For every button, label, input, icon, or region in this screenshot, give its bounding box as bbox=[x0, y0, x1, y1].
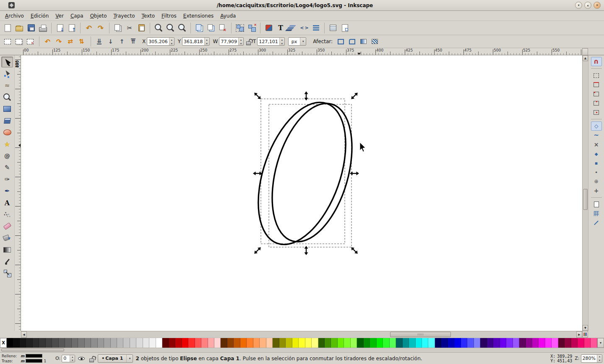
palette-swatch[interactable] bbox=[506, 338, 513, 348]
scroll-up-icon[interactable]: ▲ bbox=[583, 55, 588, 61]
palette-swatch[interactable] bbox=[91, 338, 97, 348]
palette-swatch[interactable] bbox=[72, 338, 78, 348]
spray-tool-button[interactable] bbox=[1, 209, 13, 220]
ruler-corner-button[interactable] bbox=[582, 48, 588, 55]
snap-grids-button[interactable] bbox=[591, 209, 602, 218]
open-document-icon[interactable] bbox=[13, 23, 25, 34]
palette-swatch[interactable] bbox=[325, 338, 331, 348]
box3d-tool-button[interactable] bbox=[1, 115, 13, 126]
affect-patterns-icon[interactable] bbox=[369, 36, 380, 46]
palette-swatch[interactable] bbox=[201, 338, 208, 348]
palette-swatch[interactable] bbox=[169, 338, 175, 348]
palette-swatch[interactable] bbox=[52, 338, 58, 348]
palette-swatch[interactable] bbox=[552, 338, 558, 348]
menu-texto[interactable]: Texto bbox=[138, 12, 158, 20]
scroll-right-icon[interactable]: ▶ bbox=[576, 331, 582, 338]
y-input[interactable]: 361,818 ▴▾ bbox=[182, 37, 210, 46]
palette-swatch[interactable] bbox=[338, 338, 344, 348]
palette-swatch[interactable] bbox=[441, 338, 448, 348]
palette-swatch[interactable] bbox=[428, 338, 435, 348]
ungroup-icon[interactable] bbox=[246, 23, 258, 34]
redo-icon[interactable] bbox=[95, 23, 107, 34]
scale-handle-s[interactable] bbox=[305, 246, 308, 255]
vertical-scroll-thumb[interactable] bbox=[583, 189, 588, 210]
tweak-tool-button[interactable] bbox=[1, 80, 13, 91]
scale-handle-sw[interactable] bbox=[253, 246, 262, 255]
close-window-button[interactable]: ✕ bbox=[594, 2, 601, 9]
palette-swatch[interactable] bbox=[149, 338, 156, 348]
snap-nodes-button[interactable] bbox=[591, 121, 602, 131]
node-tool-button[interactable] bbox=[1, 68, 13, 79]
horizontal-ruler[interactable]: 0012515017520022525027530032535037540042… bbox=[21, 48, 582, 55]
cms-toggle-icon[interactable] bbox=[582, 331, 588, 338]
canvas[interactable] bbox=[21, 55, 582, 331]
palette-swatch[interactable] bbox=[312, 338, 318, 348]
pencil-tool-button[interactable] bbox=[1, 162, 13, 173]
snap-paths-button[interactable] bbox=[591, 131, 602, 140]
palette-swatch[interactable] bbox=[279, 338, 286, 348]
dropper-tool-button[interactable] bbox=[1, 256, 13, 267]
palette-swatch[interactable] bbox=[331, 338, 337, 348]
scale-handle-n[interactable] bbox=[305, 91, 308, 101]
height-input[interactable]: 127,101 ▴▾ bbox=[257, 37, 285, 46]
palette-swatch[interactable] bbox=[467, 338, 474, 348]
palette-swatch[interactable] bbox=[117, 338, 123, 348]
palette-swatch[interactable] bbox=[188, 338, 195, 348]
palette-swatch[interactable] bbox=[571, 338, 578, 348]
snap-guides-button[interactable] bbox=[591, 218, 602, 227]
palette-swatch[interactable] bbox=[234, 338, 240, 348]
palette-swatch[interactable] bbox=[143, 338, 149, 348]
select-all-layers-icon[interactable] bbox=[13, 36, 24, 46]
layer-selector[interactable]: Capa 1 ▾ bbox=[98, 354, 133, 363]
zoom-tool-button[interactable] bbox=[1, 92, 13, 103]
import-icon[interactable] bbox=[54, 23, 66, 34]
scale-handle-se[interactable] bbox=[350, 246, 359, 255]
palette-menu-icon[interactable]: ▾ bbox=[597, 338, 604, 348]
titlebar[interactable]: /home/caciquitxs/Escritorio/Logo4/logo5.… bbox=[0, 0, 604, 11]
ellipse-shape-2[interactable] bbox=[258, 94, 366, 251]
affect-gradients-icon[interactable] bbox=[358, 36, 369, 46]
export-icon[interactable] bbox=[66, 23, 78, 34]
snap-rotation-centers-button[interactable] bbox=[591, 186, 602, 195]
palette-swatch[interactable] bbox=[292, 338, 299, 348]
palette-swatch[interactable] bbox=[461, 338, 467, 348]
unlink-clone-icon[interactable] bbox=[217, 23, 229, 34]
palette-swatch[interactable] bbox=[130, 338, 136, 348]
palette-swatch[interactable] bbox=[318, 338, 325, 348]
affect-stroke-icon[interactable] bbox=[335, 36, 346, 46]
menu-extensiones[interactable]: Extensiones bbox=[180, 12, 217, 20]
palette-swatch[interactable] bbox=[422, 338, 428, 348]
preferences-icon[interactable] bbox=[327, 23, 339, 34]
snap-enable-button[interactable] bbox=[591, 57, 602, 66]
menu-ver[interactable]: Ver bbox=[52, 12, 67, 20]
rotate-cw-icon[interactable] bbox=[53, 36, 65, 46]
ellipse-tool-button[interactable] bbox=[1, 127, 13, 138]
palette-swatch[interactable] bbox=[136, 338, 143, 348]
cut-icon[interactable] bbox=[124, 23, 135, 34]
palette-swatch[interactable] bbox=[390, 338, 396, 348]
raise-icon[interactable] bbox=[116, 36, 128, 46]
palette-swatch[interactable] bbox=[480, 338, 487, 348]
menu-edicion[interactable]: Edición bbox=[27, 12, 52, 20]
palette-swatch[interactable] bbox=[396, 338, 402, 348]
xml-editor-icon[interactable] bbox=[298, 23, 310, 34]
undo-icon[interactable] bbox=[83, 23, 95, 34]
gradient-tool-button[interactable] bbox=[1, 244, 13, 255]
palette-swatch[interactable] bbox=[195, 338, 201, 348]
palette-swatch[interactable] bbox=[591, 338, 597, 348]
palette-swatch[interactable] bbox=[454, 338, 461, 348]
palette-swatch[interactable] bbox=[357, 338, 363, 348]
palette-swatch[interactable] bbox=[513, 338, 519, 348]
group-icon[interactable] bbox=[234, 23, 246, 34]
snap-cusp-nodes-button[interactable] bbox=[591, 149, 602, 158]
zoom-drawing-icon[interactable] bbox=[164, 23, 176, 34]
palette-swatch[interactable] bbox=[78, 338, 84, 348]
palette-swatch[interactable] bbox=[565, 338, 571, 348]
text-tool-button[interactable] bbox=[1, 197, 13, 208]
palette-swatch[interactable] bbox=[448, 338, 454, 348]
lock-ratio-icon[interactable] bbox=[245, 38, 252, 45]
palette-swatch[interactable] bbox=[351, 338, 357, 348]
opacity-input[interactable]: 0 ▴▾ bbox=[62, 355, 75, 362]
print-icon[interactable] bbox=[37, 23, 49, 34]
text-dialog-icon[interactable] bbox=[275, 23, 286, 34]
